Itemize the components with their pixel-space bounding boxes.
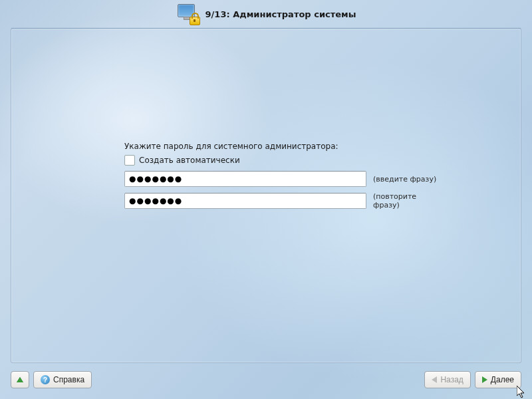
- auto-generate-row[interactable]: Создать автоматически: [124, 155, 437, 166]
- arrow-left-icon: [432, 376, 437, 383]
- next-label: Далее: [491, 375, 514, 384]
- confirm-input[interactable]: [124, 193, 366, 209]
- content-area: Укажите пароль для системного администра…: [0, 28, 532, 366]
- help-label: Справка: [53, 375, 84, 384]
- confirm-row: (повторите фразу): [124, 192, 437, 209]
- password-hint: (введите фразу): [373, 175, 436, 184]
- help-button[interactable]: ? Справка: [33, 371, 92, 388]
- auto-generate-checkbox[interactable]: [124, 155, 135, 166]
- main-panel: Укажите пароль для системного администра…: [11, 28, 521, 363]
- monitor-lock-icon: [176, 4, 199, 24]
- wizard-footer: ? Справка Назад Далее: [0, 366, 532, 399]
- arrow-right-icon: [482, 376, 487, 383]
- admin-password-form: Укажите пароль для системного администра…: [124, 142, 437, 209]
- password-row: (введите фразу): [124, 171, 437, 187]
- help-icon: ?: [41, 375, 50, 384]
- next-button[interactable]: Далее: [475, 371, 521, 388]
- back-button[interactable]: Назад: [424, 371, 470, 388]
- page-title: 9/13: Администратор системы: [205, 9, 356, 19]
- prompt-label: Укажите пароль для системного администра…: [124, 142, 437, 151]
- wizard-header: 9/13: Администратор системы: [0, 0, 532, 28]
- auto-generate-label: Создать автоматически: [139, 156, 240, 165]
- confirm-hint: (повторите фразу): [373, 192, 437, 209]
- expand-button[interactable]: [11, 371, 29, 388]
- password-input[interactable]: [124, 171, 366, 187]
- arrow-up-icon: [17, 377, 23, 382]
- back-label: Назад: [440, 375, 463, 384]
